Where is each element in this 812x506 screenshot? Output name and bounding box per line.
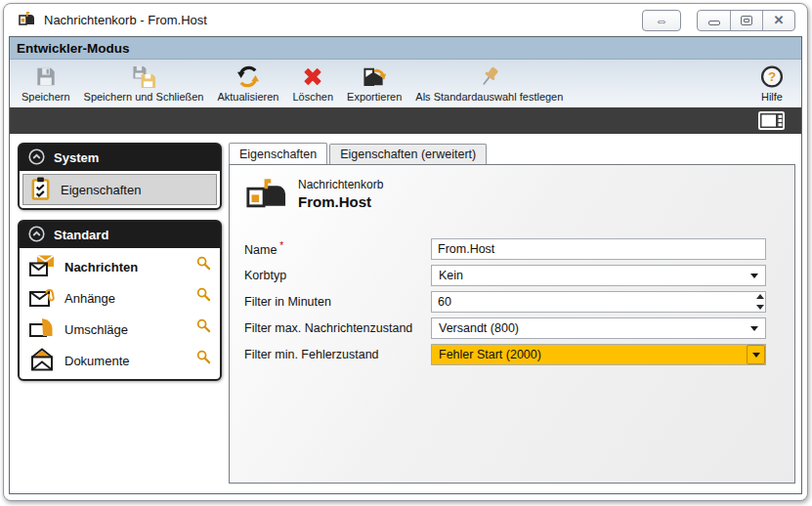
envelope-stack-icon: [28, 316, 56, 343]
filter-min-value: Fehler Start (2000): [439, 348, 541, 361]
field-label: Korbtyp: [244, 269, 431, 282]
delete-button[interactable]: Löschen: [285, 62, 340, 105]
form-row-filter-min: Filter min. Fehlerzustand Fehler Start (…: [244, 344, 780, 365]
save-button[interactable]: Speichern: [15, 62, 77, 105]
layout-toggle-button[interactable]: [758, 111, 785, 130]
close-button[interactable]: ✕: [762, 11, 794, 30]
minimize-icon: [708, 21, 720, 25]
field-label: Filter min. Fehlerzustand: [244, 348, 431, 361]
chevron-down-icon: [750, 274, 758, 278]
required-marker: *: [279, 240, 283, 251]
mailbox-icon: [245, 177, 286, 212]
mode-banner-label: Entwickler-Modus: [17, 41, 130, 56]
sidebar-item-label: Dokumente: [64, 354, 188, 368]
export-icon: [362, 64, 387, 89]
search-magnifier-icon[interactable]: [196, 256, 211, 274]
object-name: From.Host: [298, 193, 383, 210]
save-icon: [33, 64, 59, 89]
mode-banner: Entwickler-Modus: [10, 37, 801, 60]
sidebar-group-system: System Eige: [18, 143, 222, 210]
search-magnifier-icon[interactable]: [196, 350, 211, 367]
object-type-label: Nachrichtenkorb: [298, 178, 383, 191]
toolbar: Speichern Speichern und Schließen: [10, 60, 801, 106]
tab-bar: Eigenschaften Eigenschaften (erweitert): [229, 143, 795, 164]
window-frame: Entwickler-Modus Speichern: [9, 36, 802, 494]
svg-text:?: ?: [768, 69, 776, 84]
mailbox-icon: [19, 12, 35, 29]
refresh-icon: [235, 64, 261, 89]
chevron-down-icon: [750, 326, 758, 331]
set-default-selection-button[interactable]: Als Standardauswahl festlegen: [408, 62, 570, 105]
chevron-down-icon: [752, 353, 760, 358]
field-label: Filter max. Nachrichtenzustand: [244, 321, 431, 335]
spinner-controls[interactable]: [754, 292, 766, 312]
search-magnifier-icon[interactable]: [196, 287, 211, 305]
korbtyp-value: Kein: [439, 269, 463, 282]
tab-eigenschaften-erweitert[interactable]: Eigenschaften (erweitert): [329, 144, 487, 165]
refresh-label: Aktualisieren: [217, 91, 278, 103]
refresh-button[interactable]: Aktualisieren: [210, 62, 285, 105]
sidebar-item-label: Nachrichten: [64, 260, 188, 274]
filter-min-dropdown[interactable]: Fehler Start (2000): [431, 344, 766, 365]
export-label: Exportieren: [347, 91, 402, 103]
pin-icon: [477, 64, 502, 89]
delete-label: Löschen: [292, 91, 333, 103]
group-title: Standard: [54, 228, 108, 242]
korbtyp-dropdown[interactable]: Kein: [431, 265, 766, 286]
content-area: System Eige: [10, 134, 801, 493]
help-label: Hilfe: [761, 91, 783, 103]
group-title: System: [54, 150, 99, 165]
save-and-close-label: Speichern und Schließen: [84, 91, 204, 103]
app-window: Nachrichtenkorb - From.Host ⇔ ✕ Entwickl…: [3, 3, 808, 501]
collapse-chevron-icon: [28, 148, 45, 168]
tab-eigenschaften[interactable]: Eigenschaften: [229, 143, 327, 164]
sidebar: System Eige: [18, 143, 222, 484]
field-label: Name*: [244, 240, 431, 257]
group-header-standard[interactable]: Standard: [20, 222, 220, 248]
field-label: Filter in Minuten: [244, 295, 431, 309]
window-title: Nachrichtenkorb - From.Host: [44, 13, 207, 27]
sidebar-item-label: Eigenschaften: [61, 183, 210, 197]
search-magnifier-icon[interactable]: [196, 318, 211, 336]
form-row-name: Name*: [244, 238, 780, 260]
sidebar-item-nachrichten[interactable]: Nachrichten: [22, 251, 217, 282]
spinner-down-icon[interactable]: [756, 305, 764, 310]
filter-max-dropdown[interactable]: Versandt (800): [431, 317, 766, 339]
utility-bar: [10, 106, 801, 134]
clipboard-checklist-icon: [29, 176, 52, 204]
sidebar-item-umschlaege[interactable]: Umschläge: [22, 314, 217, 345]
save-and-close-icon: [131, 64, 157, 89]
form-row-filter-max: Filter max. Nachrichtenzustand Versandt …: [244, 317, 780, 339]
filter-max-value: Versandt (800): [439, 321, 519, 335]
title-bar: Nachrichtenkorb - From.Host ⇔ ✕: [4, 4, 807, 36]
filter-minuten-input[interactable]: [431, 291, 766, 313]
tab-content: Nachrichtenkorb From.Host Name* Korbtyp: [229, 164, 795, 484]
sidebar-item-label: Umschläge: [64, 322, 188, 337]
messages-icon: [28, 254, 56, 280]
group-header-system[interactable]: System: [20, 145, 220, 171]
export-button[interactable]: Exportieren: [340, 62, 408, 105]
resize-button[interactable]: ⇔: [642, 10, 681, 31]
maximize-icon: [741, 16, 752, 25]
sidebar-group-standard: Standard N: [18, 220, 222, 381]
sidebar-item-anhaenge[interactable]: Anhänge: [22, 282, 217, 314]
collapse-chevron-icon: [28, 226, 45, 245]
minimize-button[interactable]: [698, 11, 730, 30]
maximize-button[interactable]: [730, 11, 762, 30]
delete-icon: [300, 64, 325, 89]
sidebar-item-eigenschaften[interactable]: Eigenschaften: [22, 174, 217, 205]
form-row-filter-minuten: Filter in Minuten: [244, 291, 780, 313]
object-header: Nachrichtenkorb From.Host: [245, 177, 780, 212]
sidebar-item-dokumente[interactable]: Dokumente: [22, 345, 217, 376]
attachment-icon: [28, 285, 56, 312]
main-panel: Eigenschaften Eigenschaften (erweitert): [229, 143, 795, 484]
layout-panel-icon: [758, 111, 785, 130]
help-button[interactable]: ? Hilfe: [752, 62, 791, 105]
sidebar-item-label: Anhänge: [64, 291, 188, 306]
dropdown-button[interactable]: [747, 345, 765, 364]
close-icon: ✕: [774, 13, 785, 27]
spinner-up-icon[interactable]: [756, 294, 764, 299]
name-input[interactable]: [431, 238, 766, 260]
save-and-close-button[interactable]: Speichern und Schließen: [77, 62, 211, 105]
open-envelope-icon: [28, 347, 56, 375]
